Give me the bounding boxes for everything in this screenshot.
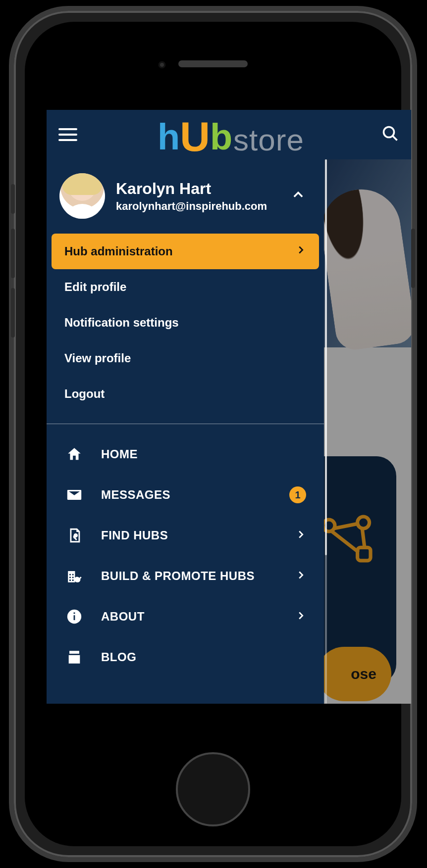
nav-drawer: Karolyn Hart karolynhart@inspirehub.com … (47, 159, 324, 704)
volume-up-btn[interactable] (11, 229, 15, 278)
svg-rect-5 (74, 613, 75, 614)
nav-label: FIND HUBS (101, 529, 278, 542)
nav-find-hubs[interactable]: FIND HUBS (47, 515, 324, 556)
avatar (59, 173, 105, 219)
home-button[interactable] (176, 752, 250, 826)
search-button[interactable] (381, 125, 399, 145)
menu-button[interactable] (58, 124, 80, 145)
messages-badge: 1 (289, 486, 306, 503)
chevron-right-icon (295, 570, 306, 582)
logo-h: h (158, 119, 180, 155)
menu-label: Edit profile (64, 280, 126, 294)
nav-label: ABOUT (101, 610, 278, 624)
nav-label: MESSAGES (101, 488, 272, 502)
info-icon (64, 608, 84, 625)
menu-label: Logout (64, 387, 105, 401)
build-icon (64, 568, 84, 584)
chevron-right-icon (295, 610, 306, 623)
profile-menu: Hub administration Edit profile Notifica… (47, 231, 324, 422)
svg-rect-4 (74, 615, 75, 620)
menu-logout[interactable]: Logout (52, 376, 319, 412)
logo-rest: store (233, 125, 304, 155)
nav-home[interactable]: HOME (47, 434, 324, 475)
search-icon (381, 125, 399, 143)
app-bar: h U b store (47, 110, 411, 159)
menu-notification-settings[interactable]: Notification settings (52, 305, 319, 340)
volume-down-btn[interactable] (11, 288, 15, 338)
nav-messages[interactable]: MESSAGES 1 (47, 475, 324, 515)
nav-label: BUILD & PROMOTE HUBS (101, 569, 278, 583)
phone-frame: ose h U b store (9, 6, 417, 862)
menu-view-profile[interactable]: View profile (52, 340, 319, 376)
nav-label: BLOG (101, 650, 289, 664)
home-icon (64, 446, 84, 463)
phone-bezel: ose h U b store (25, 22, 401, 846)
nav-blog[interactable]: BLOG (47, 637, 324, 677)
power-button[interactable] (411, 229, 415, 288)
drawer-scrim[interactable] (324, 159, 411, 704)
nav-label: HOME (101, 447, 289, 461)
menu-hub-administration[interactable]: Hub administration (52, 234, 319, 269)
chevron-right-icon (295, 244, 306, 258)
menu-label: Hub administration (64, 244, 173, 258)
screen: ose h U b store (47, 110, 411, 704)
menu-label: Notification settings (64, 316, 179, 330)
divider (47, 424, 324, 424)
user-email: karolynhart@inspirehub.com (116, 200, 280, 213)
menu-edit-profile[interactable]: Edit profile (52, 269, 319, 305)
front-camera (159, 61, 165, 68)
user-name: Karolyn Hart (116, 180, 280, 198)
find-icon (64, 527, 84, 544)
mail-icon (64, 486, 84, 503)
logo-u: U (180, 116, 210, 157)
phone-speaker (178, 60, 248, 67)
user-header[interactable]: Karolyn Hart karolynhart@inspirehub.com (47, 159, 324, 231)
nav-build-promote[interactable]: BUILD & PROMOTE HUBS (47, 556, 324, 596)
chevron-up-icon (291, 188, 305, 202)
mute-switch[interactable] (11, 184, 15, 214)
drawer-scrollbar-thumb[interactable] (325, 159, 327, 555)
app-logo[interactable]: h U b store (158, 114, 304, 155)
blog-icon (64, 649, 84, 666)
nav-about[interactable]: ABOUT (47, 596, 324, 637)
logo-b: b (210, 119, 232, 155)
collapse-user-menu[interactable] (291, 188, 311, 204)
main-nav: HOME MESSAGES 1 (47, 425, 324, 686)
menu-label: View profile (64, 351, 131, 365)
chevron-right-icon (295, 529, 306, 542)
